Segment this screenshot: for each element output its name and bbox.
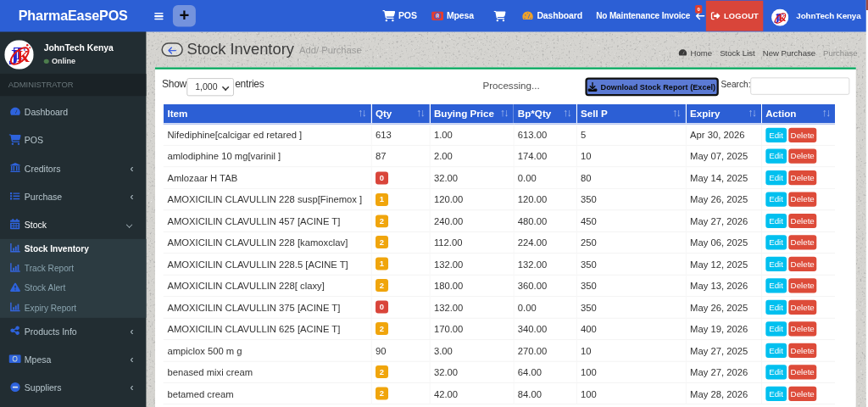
svg-text:K: K — [17, 47, 30, 65]
svg-text:K: K — [779, 13, 787, 23]
